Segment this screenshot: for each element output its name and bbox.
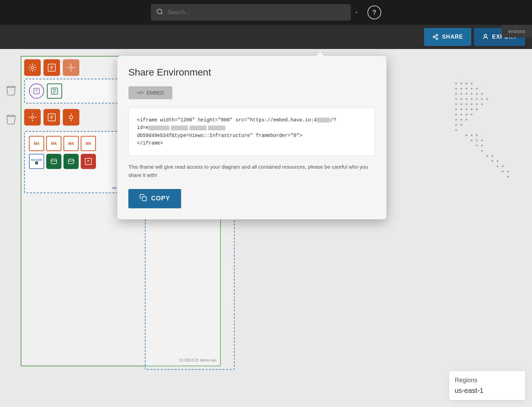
db-icon-3	[81, 154, 96, 169]
svg-rect-79	[142, 197, 146, 201]
svg-point-31	[476, 93, 478, 95]
share-dialog: Share Environment </> EMBED <iframe widt…	[117, 56, 386, 219]
svg-point-50	[476, 109, 478, 110]
subnet-green-icon	[47, 83, 62, 99]
redacted-3	[171, 126, 188, 130]
svg-point-44	[476, 103, 478, 105]
aws-icon-4	[24, 109, 41, 126]
svg-point-76	[502, 171, 504, 172]
svg-point-52	[461, 114, 462, 116]
main-area: subnet-27es8289 - 10.20.0.0/24 demo-publ…	[0, 49, 532, 407]
copy-icon	[139, 194, 147, 203]
code-line1: <iframe width="1200" height="600" src="h…	[137, 117, 317, 123]
svg-point-0	[157, 9, 162, 14]
svg-point-21	[471, 83, 473, 85]
help-button[interactable]: ?	[367, 6, 381, 19]
svg-point-33	[455, 98, 457, 100]
svg-point-49	[471, 109, 473, 110]
db-icon-2	[63, 154, 79, 169]
aws-icon-3	[63, 59, 79, 76]
dialog-title: Share Environment	[128, 67, 375, 78]
m4-instance-4: M4	[81, 136, 96, 151]
svg-point-34	[461, 98, 462, 100]
aws-icon-2	[43, 59, 60, 76]
svg-point-61	[466, 135, 467, 136]
svg-point-74	[497, 166, 499, 167]
svg-point-77	[507, 171, 509, 172]
svg-point-48	[466, 109, 467, 110]
svg-point-59	[461, 124, 462, 126]
dialog-tabs: </> EMBED	[128, 86, 375, 99]
left-sidebar	[4, 83, 18, 129]
svg-point-66	[481, 140, 483, 141]
svg-point-64	[471, 140, 473, 141]
embed-tab-label: EMBED	[147, 90, 164, 96]
svg-point-30	[471, 93, 473, 95]
share-button[interactable]: SHARE	[424, 28, 471, 46]
share-label: SHARE	[442, 34, 463, 40]
svg-point-58	[455, 124, 457, 126]
svg-point-26	[476, 88, 478, 90]
aws-icon-6	[63, 109, 79, 126]
svg-point-3	[433, 36, 435, 38]
svg-point-9	[70, 67, 72, 69]
svg-point-55	[455, 119, 457, 121]
svg-point-4	[436, 38, 438, 40]
svg-point-53	[466, 114, 467, 116]
svg-line-5	[435, 37, 436, 38]
svg-point-73	[497, 160, 499, 162]
svg-line-6	[435, 36, 436, 37]
search-input[interactable]	[167, 9, 345, 16]
db-icon-1	[46, 154, 61, 169]
svg-point-43	[471, 103, 473, 105]
svg-point-28	[461, 93, 462, 95]
redacted-2	[149, 126, 169, 130]
m4-instance-3: M4	[63, 136, 79, 151]
m4-instance-1: M4	[29, 136, 44, 151]
search-dropdown-arrow[interactable]	[351, 7, 362, 18]
svg-point-36	[471, 98, 473, 100]
svg-point-38	[481, 98, 483, 100]
svg-point-25	[471, 88, 473, 90]
redacted-1	[317, 118, 331, 122]
dialog-arrow	[316, 52, 324, 56]
search-box	[151, 4, 351, 21]
m4-instance-2: M4	[46, 136, 61, 151]
svg-point-70	[486, 155, 488, 157]
svg-point-40	[455, 103, 457, 105]
regions-value: us-east-1	[455, 387, 520, 395]
svg-point-42	[466, 103, 467, 105]
svg-point-32	[481, 93, 483, 95]
svg-point-47	[461, 109, 462, 110]
mariadb-icon: MariaDB🗄️	[29, 154, 44, 169]
svg-point-78	[507, 176, 509, 178]
svg-point-37	[476, 98, 478, 100]
svg-point-23	[461, 88, 462, 90]
code-line3: db59d49eb34f&type=Views::Infrastructure"…	[137, 133, 302, 138]
svg-point-62	[471, 135, 473, 136]
code-line1b: /?	[331, 117, 336, 123]
aws-icon-1	[24, 59, 41, 76]
dot-pattern	[449, 77, 518, 215]
svg-line-1	[161, 13, 162, 14]
svg-point-41	[461, 103, 462, 105]
svg-point-35	[466, 98, 467, 100]
code-line4: </iframe>	[137, 140, 163, 146]
copy-label: COPY	[151, 195, 170, 202]
svg-point-29	[466, 93, 467, 95]
regions-title: Regions	[455, 377, 520, 384]
svg-point-54	[471, 114, 473, 116]
svg-point-69	[481, 150, 483, 152]
svg-point-24	[466, 88, 467, 90]
svg-point-18	[455, 83, 457, 85]
code-box: <iframe width="1200" height="600" src="h…	[128, 108, 375, 156]
svg-point-27	[455, 93, 457, 95]
svg-point-12	[31, 116, 34, 119]
copy-button[interactable]: COPY	[128, 189, 181, 208]
svg-point-45	[481, 103, 483, 105]
embed-tab[interactable]: </> EMBED	[128, 86, 173, 99]
versions-tab[interactable]: ersions	[502, 25, 532, 38]
svg-point-14	[69, 116, 72, 119]
subnet-circle-icon	[29, 83, 44, 99]
code-line2pre: id=e	[137, 125, 149, 130]
